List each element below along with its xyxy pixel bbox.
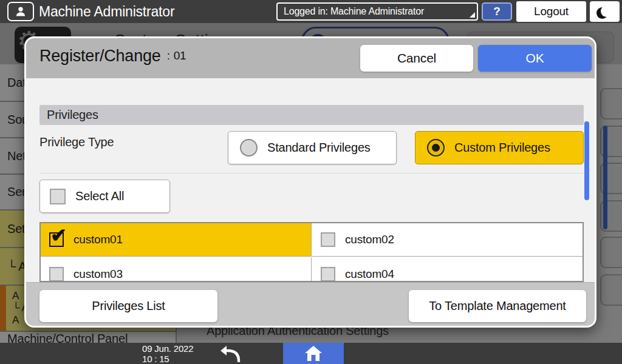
checkbox-custom01[interactable]: custom01 xyxy=(41,223,312,257)
user-icon xyxy=(7,2,34,21)
privileges-list-button[interactable]: Privileges List xyxy=(39,290,217,322)
help-button[interactable]: ? xyxy=(482,2,512,21)
home-icon xyxy=(304,345,323,362)
radio-custom-privileges[interactable]: Custom Privileges xyxy=(415,131,584,164)
logout-button[interactable]: Logout xyxy=(516,1,586,22)
checkbox-icon xyxy=(321,267,335,281)
checkbox-custom02[interactable]: custom02 xyxy=(312,223,583,257)
date-display: 09 Jun. 2022 xyxy=(142,343,193,354)
checkbox-icon xyxy=(321,232,335,247)
privilege-type-label: Privilege Type xyxy=(39,135,114,149)
checkbox-icon xyxy=(49,267,64,281)
register-change-dialog: Register/Change:01 Cancel OK Privileges … xyxy=(24,36,596,328)
login-status-dropdown[interactable]: Logged in: Machine Administrator xyxy=(276,2,478,21)
checkbox-custom03[interactable]: custom03 xyxy=(41,257,312,282)
header-bar: Machine Administrator Logged in: Machine… xyxy=(0,0,622,23)
dialog-content: Privileges Privilege Type Standard Privi… xyxy=(26,78,595,282)
dialog-title: Register/Change:01 xyxy=(39,47,186,66)
dropdown-corner-icon xyxy=(470,12,475,18)
radio-on-icon xyxy=(427,139,445,157)
section-divider xyxy=(39,173,584,174)
custom-privileges-grid: custom01 custom02 custom03 custom04 xyxy=(39,222,584,282)
home-button[interactable] xyxy=(283,343,344,364)
checkbox-custom04[interactable]: custom04 xyxy=(312,257,583,282)
checkbox-checked-icon xyxy=(49,232,64,247)
ok-button[interactable]: OK xyxy=(478,45,592,72)
template-management-button[interactable]: To Template Management xyxy=(409,290,586,322)
radio-off-icon xyxy=(240,139,258,157)
back-button[interactable] xyxy=(214,343,248,364)
checkbox-icon xyxy=(50,189,66,204)
screen: ⚙ ⚙ System Settings Dat Sou Net Sen Sett… xyxy=(0,0,622,364)
radio-standard-privileges[interactable]: Standard Privileges xyxy=(228,131,397,164)
privileges-section-header: Privileges xyxy=(39,105,584,125)
taskbar: 09 Jun. 2022 10 : 15 xyxy=(0,343,622,364)
crescent-moon-icon xyxy=(601,5,612,17)
datetime-display: 09 Jun. 2022 10 : 15 xyxy=(142,343,193,364)
dialog-footer: Privileges List To Template Management xyxy=(26,282,595,328)
cancel-button[interactable]: Cancel xyxy=(360,45,473,72)
dialog-scrollbar[interactable] xyxy=(584,121,589,200)
app-title: Machine Administrator xyxy=(39,0,174,23)
night-mode-button[interactable] xyxy=(590,1,620,22)
back-arrow-icon xyxy=(219,345,243,362)
dialog-title-bar: Register/Change:01 Cancel OK xyxy=(26,38,595,78)
time-display: 10 : 15 xyxy=(142,354,193,364)
select-all-checkbox[interactable]: Select All xyxy=(39,180,170,213)
